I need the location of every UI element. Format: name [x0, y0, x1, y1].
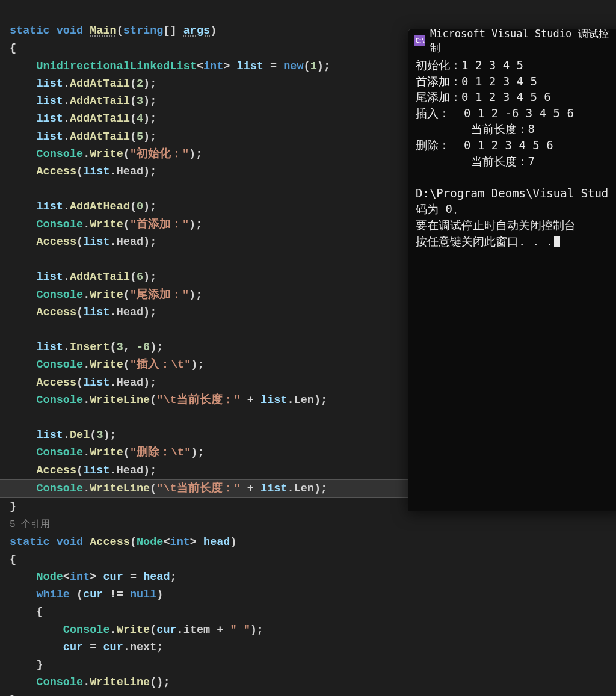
method-access: Access: [90, 536, 130, 549]
codelens-references[interactable]: 5 个引用: [10, 519, 50, 530]
console-line: 按任意键关闭此窗口. . .: [416, 235, 553, 248]
console-line: 首添加：0 1 2 3 4 5: [416, 75, 537, 88]
debug-console-window[interactable]: C:\ Microsoft Visual Studio 调试控制 初始化：1 2…: [408, 29, 616, 511]
keyword-static: static: [10, 25, 50, 37]
current-line-highlight: Console.WriteLine("\t当前长度：" + list.Len);: [0, 479, 409, 498]
keyword-void: void: [57, 25, 83, 37]
console-output[interactable]: 初始化：1 2 3 4 5 首添加：0 1 2 3 4 5 尾添加：0 1 2 …: [408, 52, 616, 254]
type-linkedlist: UnidirectionalLinkedList: [36, 60, 196, 73]
console-line: D:\Program Deoms\Visual Stud: [416, 186, 608, 200]
method-main: Main: [90, 25, 116, 37]
console-line: 尾添加：0 1 2 3 4 5 6: [416, 90, 551, 103]
var-list: list: [237, 60, 263, 73]
cursor-icon: [554, 236, 560, 247]
console-line: 码为 0。: [416, 202, 464, 215]
console-line: 当前长度：7: [416, 155, 535, 168]
keyword-string: string: [123, 25, 164, 37]
console-line: 要在调试停止时自动关闭控制台: [416, 218, 576, 232]
param-args: args: [183, 25, 210, 37]
console-line: 插入： 0 1 2 -6 3 4 5 6: [416, 106, 574, 120]
console-title: Microsoft Visual Studio 调试控制: [430, 29, 616, 55]
console-line: 当前长度：8: [416, 122, 535, 135]
console-line: 初始化：1 2 3 4 5: [416, 58, 523, 72]
console-line: 删除： 0 1 2 3 4 5 6: [416, 138, 553, 152]
visual-studio-icon: C:\: [414, 35, 425, 46]
console-title-bar[interactable]: C:\ Microsoft Visual Studio 调试控制: [408, 29, 616, 52]
